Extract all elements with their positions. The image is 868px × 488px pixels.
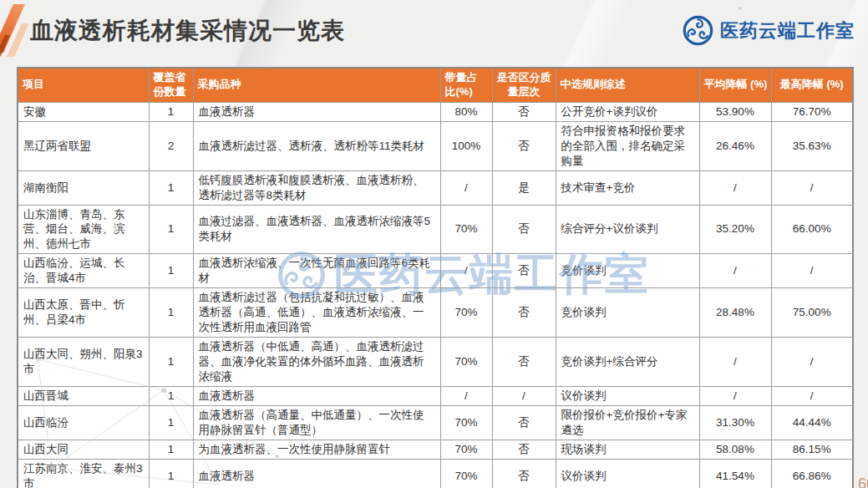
logo-text: 医药云端工作室: [720, 18, 855, 43]
cell-max-reduction: /: [771, 338, 853, 387]
cell-provinces: 1: [149, 254, 193, 288]
cell-volume-ratio: 70%: [440, 288, 492, 338]
cell-varieties: 血液透析滤过器、透析液、透析粉等11类耗材: [193, 121, 440, 170]
cell-project: 山西临汾、运城、长治、晋城4市: [18, 254, 149, 288]
procurement-table: 项目 覆盖省份数量 采购品种 带量占比(%) 是否区分质量层次 中选规则综述 平…: [17, 67, 854, 488]
table-row: 湖南衡阳 1 低钙腹膜透析液和腹膜透析液、血液透析粉、透析滤过器等8类耗材 / …: [18, 170, 853, 205]
cell-varieties: 低钙腹膜透析液和腹膜透析液、血液透析粉、透析滤过器等8类耗材: [193, 170, 440, 205]
cell-varieties: 为血液透析器、一次性使用静脉留置针: [193, 440, 440, 459]
cell-avg-reduction: 28.48%: [699, 288, 771, 338]
cell-varieties: 血液透析器: [193, 102, 440, 121]
cell-provinces: 1: [149, 338, 193, 387]
cell-quality-tier: 否: [492, 254, 556, 288]
table-header-row: 项目 覆盖省份数量 采购品种 带量占比(%) 是否区分质量层次 中选规则综述 平…: [18, 68, 853, 102]
cell-varieties: 血液透析器（高通量、中低通量）、一次性使用静脉留置针（普通型）: [193, 405, 440, 440]
cell-rule: 现场谈判: [556, 440, 699, 459]
cell-provinces: 1: [149, 288, 193, 338]
cell-project: 山西大同、朔州、阳泉3市: [18, 338, 149, 387]
cell-provinces: 2: [149, 121, 193, 170]
cell-project: 江苏南京、淮安、泰州3市: [18, 459, 149, 488]
cell-quality-tier: 否: [492, 440, 556, 459]
header-max-reduction: 最高降幅 (%): [771, 68, 853, 102]
page-number: 60: [858, 475, 868, 488]
cell-project: 山西大同: [18, 440, 149, 459]
cell-max-reduction: /: [771, 254, 853, 288]
cell-max-reduction: 44.44%: [771, 405, 853, 440]
table-row: 江苏南京、淮安、泰州3市 1 血液透析器 70% 否 议价谈判 41.54% 6…: [18, 459, 853, 488]
cell-max-reduction: 66.00%: [771, 205, 853, 254]
header-volume-ratio: 带量占比(%): [440, 68, 492, 102]
cell-volume-ratio: 70%: [440, 459, 492, 488]
table-row: 山西大同、朔州、阳泉3市 1 血液透析器（中低通、高通）、血液透析滤过器、血液净…: [18, 338, 853, 387]
cell-project: 山西太原、晋中、忻州、吕梁4市: [18, 288, 149, 338]
cell-volume-ratio: 100%: [440, 121, 492, 170]
cell-max-reduction: /: [771, 170, 853, 205]
header-project: 项目: [18, 68, 149, 102]
cell-volume-ratio: 80%: [440, 102, 492, 121]
table-row: 山西晋城 1 血液透析器 / / 议价谈判 / /: [18, 386, 853, 405]
cell-rule: 公开竞价+谈判议价: [556, 102, 699, 121]
cell-avg-reduction: 31.30%: [699, 405, 771, 440]
table-row: 黑辽两省联盟 2 血液透析滤过器、透析液、透析粉等11类耗材 100% 否 符合…: [18, 121, 853, 170]
cell-provinces: 1: [149, 205, 193, 254]
table-row: 山西太原、晋中、忻州、吕梁4市 1 血液透析滤过器（包括抗凝和抗过敏）、血液透析…: [18, 288, 853, 338]
cell-provinces: 1: [149, 170, 193, 205]
header-rule: 中选规则综述: [556, 68, 699, 102]
cell-quality-tier: /: [492, 386, 556, 405]
cell-project: 山西晋城: [18, 386, 149, 405]
cell-rule: 竞价谈判: [556, 254, 699, 288]
cell-volume-ratio: 70%: [440, 205, 492, 254]
cell-quality-tier: 否: [492, 405, 556, 440]
cell-quality-tier: 否: [492, 205, 556, 254]
cell-varieties: 血液透析器（中低通、高通）、血液透析滤过器、血液净化装置的体外循环血路、血液透析…: [193, 338, 440, 387]
cell-project: 山东淄博、青岛、东营、烟台、威海、滨州、德州七市: [18, 205, 149, 254]
cell-rule: 竞价谈判: [556, 288, 699, 338]
cell-varieties: 血液过滤器、血液透析器、血液透析浓缩液等5类耗材: [193, 205, 440, 254]
header-quality-tier: 是否区分质量层次: [492, 68, 556, 102]
cell-max-reduction: 35.63%: [771, 121, 853, 170]
cell-provinces: 1: [149, 440, 193, 459]
cell-avg-reduction: /: [699, 386, 771, 405]
table-row: 安徽 1 血液透析器 80% 否 公开竞价+谈判议价 53.90% 76.70%: [18, 102, 853, 121]
header-avg-reduction: 平均降幅 (%): [699, 68, 771, 102]
cell-volume-ratio: /: [440, 170, 492, 205]
cell-max-reduction: 86.15%: [771, 440, 853, 459]
cell-rule: 符合申报资格和报价要求的全部入围，排名确定采购量: [556, 121, 699, 170]
cell-provinces: 1: [149, 386, 193, 405]
table-row: 山西大同 1 为血液透析器、一次性使用静脉留置针 70% 否 现场谈判 58.0…: [18, 440, 853, 459]
cell-quality-tier: 否: [492, 288, 556, 338]
cell-avg-reduction: 58.08%: [699, 440, 771, 459]
cell-avg-reduction: 53.90%: [699, 102, 771, 121]
cell-project: 山西临汾: [18, 405, 149, 440]
cell-avg-reduction: /: [699, 170, 771, 205]
cell-max-reduction: 76.70%: [771, 102, 853, 121]
cell-max-reduction: 66.86%: [771, 459, 853, 488]
table-body: 安徽 1 血液透析器 80% 否 公开竞价+谈判议价 53.90% 76.70%…: [18, 102, 853, 488]
table-row: 山西临汾 1 血液透析器（高通量、中低通量）、一次性使用静脉留置针（普通型） 7…: [18, 405, 853, 440]
cell-varieties: 血液透析器: [193, 459, 440, 488]
cell-quality-tier: 否: [492, 338, 556, 387]
cell-rule: 限价报价+竞价报价+专家遴选: [556, 405, 699, 440]
logo: 医药云端工作室: [683, 15, 855, 46]
cell-provinces: 1: [149, 102, 193, 121]
cell-avg-reduction: 35.20%: [699, 205, 771, 254]
cell-volume-ratio: /: [440, 386, 492, 405]
cell-avg-reduction: 26.46%: [699, 121, 771, 170]
cell-varieties: 血液透析滤过器（包括抗凝和抗过敏）、血液透析器（高通、低通）、血液透析浓缩液、一…: [193, 288, 440, 338]
header-provinces: 覆盖省份数量: [149, 68, 193, 102]
table-row: 山东淄博、青岛、东营、烟台、威海、滨州、德州七市 1 血液过滤器、血液透析器、血…: [18, 205, 853, 254]
cell-volume-ratio: 70%: [440, 440, 492, 459]
table-header: 项目 覆盖省份数量 采购品种 带量占比(%) 是否区分质量层次 中选规则综述 平…: [18, 68, 853, 102]
page-title: 血液透析耗材集采情况一览表: [30, 15, 345, 47]
header-varieties: 采购品种: [193, 68, 440, 102]
cell-volume-ratio: /: [440, 254, 492, 288]
cell-avg-reduction: /: [699, 254, 771, 288]
cell-rule: 议价谈判: [556, 459, 699, 488]
cell-rule: 技术审查+竞价: [556, 170, 699, 205]
cell-provinces: 1: [149, 459, 193, 488]
cell-volume-ratio: 70%: [440, 338, 492, 387]
cell-max-reduction: 75.00%: [771, 288, 853, 338]
cell-project: 黑辽两省联盟: [18, 121, 149, 170]
cell-provinces: 1: [149, 405, 193, 440]
table-row: 山西临汾、运城、长治、晋城4市 1 血液透析浓缩液、一次性无菌血液回路等6类耗材…: [18, 254, 853, 288]
